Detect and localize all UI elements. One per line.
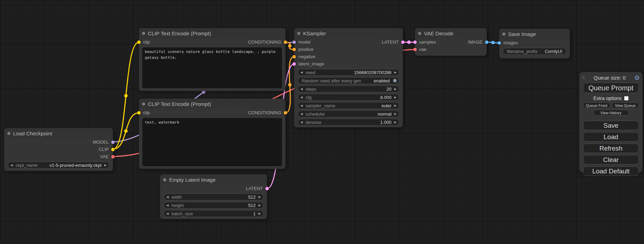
- slot-row: clip CONDITIONING: [139, 38, 285, 46]
- increment-arrow-icon[interactable]: [258, 204, 261, 207]
- collapse-dot-icon[interactable]: [418, 32, 421, 35]
- increment-arrow-icon[interactable]: [394, 96, 397, 99]
- clear-button[interactable]: Clear: [583, 155, 639, 164]
- queue-prompt-button[interactable]: Queue Prompt: [583, 83, 639, 93]
- toggle-indicator-icon[interactable]: [393, 79, 397, 82]
- increment-arrow-icon[interactable]: [258, 196, 261, 199]
- increment-arrow-icon[interactable]: [104, 164, 107, 167]
- node-header[interactable]: CLIP Text Encode (Prompt): [139, 28, 285, 38]
- widget-height[interactable]: height 512: [164, 202, 264, 209]
- widget-seed[interactable]: seed 156680208700286: [298, 69, 399, 76]
- decrement-arrow-icon[interactable]: [166, 204, 169, 207]
- output-label-conditioning: CONDITIONING: [248, 39, 281, 45]
- node-header[interactable]: Load Checkpoint: [4, 128, 113, 138]
- widget-scheduler[interactable]: scheduler normal: [298, 110, 399, 117]
- increment-arrow-icon[interactable]: [394, 71, 397, 74]
- extra-options-label: Extra options: [593, 96, 622, 101]
- widget-ckpt-name[interactable]: ckpt_name v1-5-pruned-emaonly.ckpt: [8, 162, 109, 169]
- increment-arrow-icon[interactable]: [258, 212, 261, 215]
- widget-random-seed-toggle[interactable]: Random seed after every gen enabled: [298, 77, 399, 84]
- slot-row: CLIP: [4, 146, 113, 153]
- input-slot-negative[interactable]: [292, 55, 296, 58]
- collapse-dot-icon[interactable]: [142, 32, 145, 35]
- increment-arrow-icon[interactable]: [394, 121, 397, 124]
- collapse-dot-icon[interactable]: [502, 33, 505, 36]
- output-slot-conditioning[interactable]: [284, 111, 287, 115]
- input-slot-images[interactable]: [497, 41, 501, 45]
- settings-gear-icon[interactable]: [634, 75, 640, 81]
- node-title: CLIP Text Encode (Prompt): [148, 101, 211, 107]
- node-empty-latent-image[interactable]: Empty Latent Image LATENT width 512 heig…: [160, 174, 267, 219]
- widget-value: 156680208700286: [354, 70, 391, 75]
- decrement-arrow-icon[interactable]: [300, 121, 303, 124]
- input-slot-samples[interactable]: [413, 40, 417, 44]
- input-slot-model[interactable]: [292, 40, 296, 44]
- decrement-arrow-icon[interactable]: [300, 112, 303, 116]
- prompt-textarea[interactable]: text, watermark: [142, 118, 282, 166]
- collapse-dot-icon[interactable]: [163, 178, 166, 181]
- input-slot-positive[interactable]: [292, 48, 296, 51]
- node-load-checkpoint[interactable]: Load Checkpoint MODEL CLIP VAE ckpt_name…: [4, 128, 113, 171]
- node-clip-text-encode-positive[interactable]: CLIP Text Encode (Prompt) clip CONDITION…: [139, 28, 285, 91]
- increment-arrow-icon[interactable]: [394, 112, 397, 116]
- input-slot-latent-image[interactable]: [292, 62, 296, 66]
- increment-arrow-icon[interactable]: [394, 88, 397, 91]
- node-title: Empty Latent Image: [169, 177, 215, 183]
- output-slot-image[interactable]: [485, 40, 488, 44]
- load-button[interactable]: Load: [583, 132, 639, 142]
- widget-denoise[interactable]: denoise 1.000: [298, 119, 399, 126]
- input-slot-clip[interactable]: [137, 111, 141, 115]
- node-vae-decode[interactable]: VAE Decode samples IMAGE vae: [415, 28, 487, 56]
- output-slot-clip[interactable]: [111, 148, 115, 151]
- extra-options-checkbox[interactable]: [624, 96, 628, 100]
- collapse-dot-icon[interactable]: [7, 132, 10, 135]
- decrement-arrow-icon[interactable]: [10, 164, 13, 167]
- node-header[interactable]: Save Image: [499, 29, 570, 39]
- decrement-arrow-icon[interactable]: [300, 96, 303, 99]
- save-button[interactable]: Save: [583, 121, 639, 130]
- decrement-arrow-icon[interactable]: [166, 196, 169, 199]
- widget-cfg[interactable]: cfg 8.000: [298, 94, 399, 101]
- widget-width[interactable]: width 512: [164, 193, 264, 200]
- node-header[interactable]: CLIP Text Encode (Prompt): [139, 99, 285, 109]
- widget-label: filename_prefix: [507, 49, 537, 54]
- queue-front-button[interactable]: Queue Front: [583, 102, 610, 108]
- collapse-dot-icon[interactable]: [297, 32, 300, 35]
- decrement-arrow-icon[interactable]: [166, 212, 169, 215]
- node-graph-canvas[interactable]: Load Checkpoint MODEL CLIP VAE ckpt_name…: [0, 0, 644, 244]
- node-header[interactable]: Empty Latent Image: [160, 174, 267, 185]
- widget-filename-prefix[interactable]: filename_prefix ComfyUI: [503, 48, 566, 55]
- load-default-button[interactable]: Load Default: [583, 166, 639, 176]
- node-save-image[interactable]: Save Image images filename_prefix ComfyU…: [499, 29, 570, 58]
- decrement-arrow-icon[interactable]: [300, 88, 303, 91]
- output-slot-vae[interactable]: [111, 155, 115, 159]
- output-slot-latent[interactable]: [265, 187, 269, 190]
- decrement-arrow-icon[interactable]: [300, 71, 303, 74]
- node-ksampler[interactable]: KSampler model LATENT positive negative …: [294, 28, 403, 127]
- widget-value: 1: [253, 211, 256, 216]
- output-slot-conditioning[interactable]: [284, 40, 287, 44]
- view-queue-button[interactable]: View Queue: [612, 102, 639, 108]
- output-slot-latent[interactable]: [401, 40, 405, 44]
- input-slot-vae[interactable]: [413, 48, 417, 51]
- widget-steps[interactable]: steps 20: [298, 85, 399, 92]
- node-clip-text-encode-negative[interactable]: CLIP Text Encode (Prompt) clip CONDITION…: [139, 99, 285, 169]
- widget-value: 1.000: [380, 120, 392, 125]
- prompt-textarea[interactable]: beautiful scenery nature glass bottle la…: [142, 47, 282, 88]
- widget-label: seed: [306, 70, 315, 75]
- widget-label: width: [171, 195, 182, 200]
- increment-arrow-icon[interactable]: [394, 104, 397, 107]
- decrement-arrow-icon[interactable]: [300, 104, 303, 107]
- node-header[interactable]: KSampler: [294, 28, 403, 38]
- widget-batch-size[interactable]: batch_size 1: [164, 210, 264, 217]
- node-header[interactable]: VAE Decode: [415, 28, 487, 38]
- refresh-button[interactable]: Refresh: [583, 144, 639, 153]
- widget-value: 512: [248, 195, 256, 200]
- widget-sampler-name[interactable]: sampler_name euler: [298, 102, 399, 109]
- collapse-dot-icon[interactable]: [142, 102, 145, 106]
- view-history-button[interactable]: View History: [593, 110, 629, 116]
- slot-row: MODEL: [4, 138, 113, 146]
- input-slot-clip[interactable]: [137, 40, 141, 44]
- output-slot-model[interactable]: [111, 141, 115, 144]
- drag-handle-icon[interactable]: [582, 76, 585, 80]
